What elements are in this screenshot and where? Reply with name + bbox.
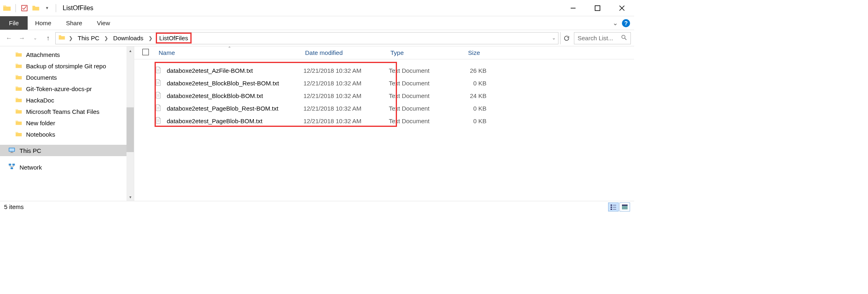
file-row[interactable]: databoxe2etest_BlockBlob_Rest-BOM.txt12/…: [142, 77, 634, 89]
file-size: 24 KB: [450, 92, 486, 99]
search-icon: [621, 34, 627, 42]
file-type: Text Document: [389, 67, 450, 74]
search-input[interactable]: Search List...: [574, 32, 631, 44]
svg-rect-30: [613, 205, 616, 205]
text-file-icon: [155, 78, 164, 89]
tab-share[interactable]: Share: [59, 16, 89, 30]
details-view-button[interactable]: [608, 203, 619, 211]
text-file-icon: [155, 65, 164, 76]
window-title: ListOfFiles: [63, 4, 94, 12]
breadcrumb-current[interactable]: ListOfFiles: [156, 33, 192, 44]
address-dropdown-icon[interactable]: ⌄: [552, 35, 556, 41]
sidebar-item[interactable]: Backup of storsimple Git repo: [0, 60, 134, 72]
refresh-button[interactable]: [560, 32, 572, 44]
file-row[interactable]: databoxe2etest_BlockBlob-BOM.txt12/21/20…: [142, 89, 634, 102]
folder-icon: [15, 108, 23, 115]
chevron-right-icon[interactable]: ❯: [66, 35, 75, 41]
recent-dropdown[interactable]: ⌄: [29, 33, 41, 44]
file-name: databoxe2etest_AzFile-BOM.txt: [167, 67, 303, 74]
sidebar-item-label: HackaDoc: [26, 97, 54, 104]
sidebar-item[interactable]: Microsoft Teams Chat Files: [0, 106, 134, 117]
svg-rect-33: [611, 209, 612, 210]
file-panel: ⌃Name Date modified Type Size databoxe2e…: [134, 46, 634, 201]
column-date[interactable]: Date modified: [301, 49, 386, 56]
sidebar-item-label: Microsoft Teams Chat Files: [26, 108, 100, 115]
sidebar-this-pc[interactable]: This PC: [0, 145, 134, 156]
ribbon-collapse-icon[interactable]: ⌄: [613, 19, 618, 27]
qat-folder-icon[interactable]: [31, 4, 40, 13]
svg-rect-32: [613, 207, 616, 207]
navigation-pane: AttachmentsBackup of storsimple Git repo…: [0, 46, 134, 201]
file-row[interactable]: databoxe2etest_PageBlob_Rest-BOM.txt12/2…: [142, 102, 634, 115]
forward-button[interactable]: →: [16, 33, 28, 44]
folder-icon: [15, 119, 23, 126]
file-name: databoxe2etest_BlockBlob_Rest-BOM.txt: [167, 80, 303, 87]
tab-file[interactable]: File: [0, 16, 28, 30]
title-bar: ▾ ListOfFiles: [0, 0, 634, 16]
thumbnails-view-button[interactable]: [619, 203, 630, 211]
sidebar-item-label: Attachments: [26, 51, 60, 58]
file-date: 12/21/2018 10:32 AM: [303, 80, 389, 87]
svg-rect-31: [611, 207, 612, 208]
folder-icon: [15, 131, 23, 138]
file-name: databoxe2etest_BlockBlob-BOM.txt: [167, 92, 303, 99]
file-list: databoxe2etest_AzFile-BOM.txt12/21/2018 …: [134, 59, 634, 127]
address-bar[interactable]: ❯ This PC ❯ Downloads ❯ ListOfFiles ⌄: [55, 32, 558, 44]
status-bar: 5 items: [0, 201, 634, 212]
back-button[interactable]: ←: [3, 33, 15, 44]
file-row[interactable]: databoxe2etest_PageBlob-BOM.txt12/21/201…: [142, 115, 634, 127]
help-icon[interactable]: ?: [622, 19, 630, 27]
file-type: Text Document: [389, 80, 450, 87]
qat-dropdown-icon[interactable]: ▾: [43, 4, 52, 13]
up-button[interactable]: ↑: [42, 33, 54, 44]
svg-rect-2: [595, 6, 600, 11]
sidebar-item-label: Documents: [26, 74, 57, 81]
column-size[interactable]: Size: [447, 49, 484, 56]
tab-home[interactable]: Home: [28, 16, 59, 30]
file-type: Text Document: [389, 105, 450, 112]
file-size: 0 KB: [450, 118, 486, 124]
file-row[interactable]: databoxe2etest_AzFile-BOM.txt12/21/2018 …: [142, 64, 634, 77]
sidebar-item[interactable]: Notebooks: [0, 128, 134, 140]
folder-icon: [58, 34, 65, 43]
sidebar-item[interactable]: Documents: [0, 72, 134, 83]
sidebar-scrollbar[interactable]: ▴ ▾: [126, 46, 134, 201]
sidebar-item[interactable]: Git-Token-azure-docs-pr: [0, 83, 134, 94]
sidebar-item-label: New folder: [26, 120, 55, 126]
file-name: databoxe2etest_PageBlob_Rest-BOM.txt: [167, 105, 303, 112]
sidebar-item[interactable]: New folder: [0, 117, 134, 128]
breadcrumb-this-pc[interactable]: This PC: [76, 34, 101, 42]
file-size: 26 KB: [450, 67, 486, 74]
file-type: Text Document: [389, 118, 450, 124]
sidebar-item[interactable]: HackaDoc: [0, 94, 134, 106]
chevron-right-icon[interactable]: ❯: [146, 35, 155, 41]
minimize-button[interactable]: [561, 0, 585, 16]
tab-view[interactable]: View: [89, 16, 117, 30]
qat-properties-icon[interactable]: [20, 4, 29, 13]
text-file-icon: [155, 116, 164, 126]
sidebar-item-label: Notebooks: [26, 131, 55, 138]
column-headers: ⌃Name Date modified Type Size: [134, 46, 634, 59]
close-button[interactable]: [610, 0, 634, 16]
select-all-checkbox[interactable]: [142, 49, 149, 55]
folder-icon: [15, 51, 23, 58]
file-date: 12/21/2018 10:32 AM: [303, 105, 389, 112]
svg-rect-11: [9, 164, 11, 166]
file-date: 12/21/2018 10:32 AM: [303, 92, 389, 99]
item-count: 5 items: [4, 203, 24, 210]
svg-rect-34: [613, 209, 616, 209]
sidebar-network[interactable]: Network: [0, 161, 134, 174]
ribbon: File Home Share View ⌄ ?: [0, 16, 634, 30]
maximize-button[interactable]: [585, 0, 610, 16]
sidebar-item[interactable]: Attachments: [0, 49, 134, 60]
file-date: 12/21/2018 10:32 AM: [303, 118, 389, 124]
column-name[interactable]: ⌃Name: [155, 49, 301, 56]
folder-icon: [15, 74, 23, 81]
column-type[interactable]: Type: [386, 49, 447, 56]
chevron-right-icon[interactable]: ❯: [102, 35, 111, 41]
svg-rect-9: [11, 152, 13, 153]
sort-indicator-icon: ⌃: [228, 46, 231, 50]
file-size: 0 KB: [450, 105, 486, 112]
folder-icon: [2, 4, 11, 13]
breadcrumb-downloads[interactable]: Downloads: [111, 34, 145, 42]
